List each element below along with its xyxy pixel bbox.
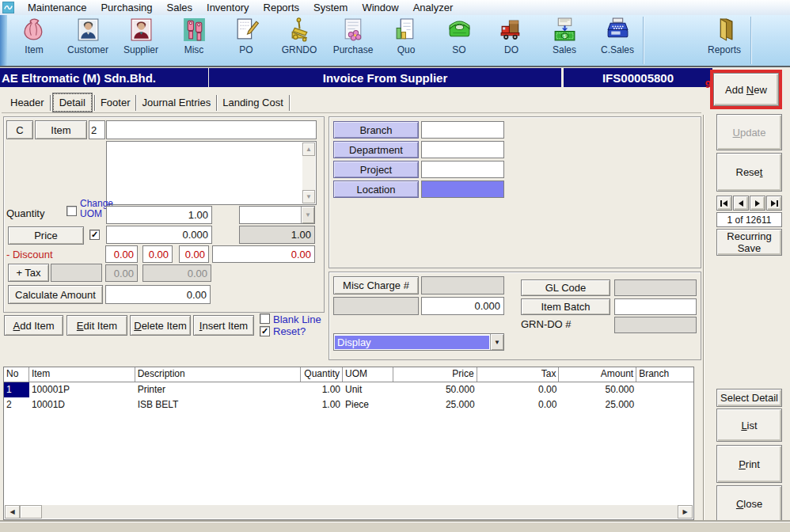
- previous-record-button[interactable]: [733, 196, 749, 211]
- menu-item-sales[interactable]: Sales: [160, 1, 200, 14]
- project-field[interactable]: [421, 161, 504, 178]
- misc-charge-button[interactable]: Misc Charge #: [333, 276, 419, 294]
- menu-item-maintenance[interactable]: Maintenance: [21, 1, 93, 14]
- item-batch-field[interactable]: [614, 298, 697, 315]
- tab-landing-cost[interactable]: Landing Cost: [217, 94, 289, 111]
- scroll-up-icon[interactable]: ▲: [302, 142, 315, 156]
- recurring-save-button[interactable]: RecurringSave: [716, 229, 782, 256]
- row-index-field[interactable]: 2: [89, 120, 105, 139]
- toolbar-customer-button[interactable]: Customer: [62, 17, 114, 63]
- discount2-field[interactable]: 0.00: [142, 245, 173, 263]
- item-code-field[interactable]: [106, 120, 317, 139]
- menu-item-purchasing[interactable]: Purchasing: [93, 1, 159, 14]
- toolbar-reports-button[interactable]: Reports: [698, 17, 750, 63]
- supplier-icon: [128, 17, 154, 43]
- print-button[interactable]: Print: [716, 445, 782, 483]
- company-title: AE Eltromatic (M) Sdn.Bhd.: [0, 68, 208, 87]
- location-field[interactable]: [421, 180, 504, 198]
- toolbar-quo-button[interactable]: Quo: [380, 17, 432, 63]
- discount3-field[interactable]: 0.00: [179, 245, 209, 263]
- update-button[interactable]: Update: [716, 114, 782, 150]
- project-button[interactable]: Project: [333, 161, 419, 178]
- app-icon[interactable]: [2, 2, 14, 13]
- list-button[interactable]: List: [716, 408, 782, 442]
- discount-amount-field[interactable]: 0.00: [212, 245, 315, 263]
- branch-field[interactable]: [421, 121, 504, 139]
- menu-item-window[interactable]: Window: [355, 1, 405, 14]
- discount1-field[interactable]: 0.00: [105, 245, 138, 263]
- col-amount[interactable]: Amount: [559, 367, 636, 382]
- toolbar-do-button[interactable]: DO: [485, 17, 537, 63]
- toolbar-csales-button[interactable]: C.Sales: [591, 17, 644, 63]
- col-branch[interactable]: Branch: [636, 367, 693, 382]
- toolbar-so-button[interactable]: SO: [433, 17, 485, 63]
- change-uom-checkbox[interactable]: [66, 206, 77, 216]
- col-uom[interactable]: UOM: [343, 367, 393, 382]
- price-checkbox[interactable]: ✓: [89, 230, 100, 240]
- first-record-button[interactable]: [716, 196, 732, 211]
- branch-button[interactable]: Branch: [333, 121, 419, 139]
- item-description-textarea[interactable]: ▲ ▼: [106, 141, 317, 205]
- close-button[interactable]: Close: [716, 485, 782, 522]
- c-button[interactable]: C: [6, 120, 33, 139]
- table-row[interactable]: 1 100001P Printer 1.00 Unit 50.000 0.00 …: [4, 382, 693, 397]
- select-detail-button[interactable]: Select Detail: [716, 389, 782, 407]
- insert-item-button[interactable]: Insert Item: [193, 315, 254, 336]
- toolbar-supplier-button[interactable]: Supplier: [115, 17, 167, 63]
- scrollbar-thumb[interactable]: [20, 505, 42, 519]
- tab-header[interactable]: Header: [5, 94, 50, 111]
- toolbar-grndo-button[interactable]: GRNDO: [273, 17, 325, 63]
- location-button[interactable]: Location: [333, 180, 419, 198]
- scroll-left-icon[interactable]: ◀: [5, 505, 20, 519]
- toolbar-item-button[interactable]: Item: [8, 17, 60, 63]
- tab-footer[interactable]: Footer: [95, 94, 136, 111]
- next-record-button[interactable]: [750, 196, 765, 211]
- last-record-button[interactable]: [766, 196, 782, 211]
- col-price[interactable]: Price: [393, 367, 477, 382]
- toolbar-purchase-button[interactable]: Purchase: [327, 17, 379, 63]
- misc-charge-amount-field[interactable]: 0.000: [421, 297, 504, 315]
- horizontal-scrollbar[interactable]: ◀ ▶: [5, 505, 693, 519]
- col-item[interactable]: Item: [29, 367, 135, 382]
- item-batch-button[interactable]: Item Batch: [521, 298, 610, 315]
- quantity-field[interactable]: 1.00: [106, 206, 212, 224]
- menu-item-reports[interactable]: Reports: [256, 1, 307, 14]
- record-position-field: 1 of 12611: [716, 212, 782, 227]
- col-description[interactable]: Description: [135, 367, 302, 382]
- toolbar-po-button[interactable]: PO: [220, 17, 272, 63]
- delete-item-button[interactable]: Delete Item: [130, 315, 191, 336]
- tax-button[interactable]: + Tax: [8, 264, 49, 282]
- tab-detail[interactable]: Detail: [53, 93, 92, 112]
- uom-combobox[interactable]: ▼: [239, 206, 315, 224]
- col-tax[interactable]: Tax: [477, 367, 560, 382]
- toolbar-misc-button[interactable]: Misc: [168, 17, 220, 63]
- item-lookup-button[interactable]: Item: [35, 120, 87, 139]
- col-no[interactable]: No: [4, 367, 29, 382]
- uom-dropdown-icon[interactable]: ▼: [301, 207, 314, 223]
- display-dropdown-icon[interactable]: ▼: [490, 334, 503, 350]
- department-button[interactable]: Department: [333, 141, 419, 158]
- scroll-right-icon[interactable]: ▶: [678, 505, 693, 519]
- toolbar-sales-button[interactable]: $ Sales: [538, 17, 591, 63]
- tab-journal-entries[interactable]: Journal Entries: [136, 94, 216, 111]
- textarea-scrollbar[interactable]: ▲ ▼: [302, 142, 315, 203]
- menu-item-analyzer[interactable]: Analyzer: [406, 1, 461, 14]
- scroll-down-icon[interactable]: ▼: [302, 190, 315, 203]
- blank-line-checkbox[interactable]: [260, 314, 270, 324]
- department-field[interactable]: [421, 141, 504, 158]
- table-row[interactable]: 2 10001D ISB BELT 1.00 Piece 25.000 0.00…: [4, 397, 693, 412]
- gl-code-button[interactable]: GL Code: [521, 279, 610, 296]
- price-button[interactable]: Price: [8, 226, 84, 245]
- calculate-amount-button[interactable]: Calculate Amount: [8, 285, 103, 304]
- display-combobox[interactable]: Display ▼: [333, 333, 504, 351]
- reset-checkbox[interactable]: ✓: [260, 326, 270, 336]
- col-quantity[interactable]: Quantity: [301, 367, 343, 382]
- add-item-button[interactable]: Add Item: [4, 315, 63, 336]
- menu-item-system[interactable]: System: [306, 1, 355, 14]
- edit-item-button[interactable]: Edit Item: [66, 315, 127, 336]
- reset-button[interactable]: Reset: [716, 153, 782, 192]
- menu-item-inventory[interactable]: Inventory: [199, 1, 256, 14]
- amount-field[interactable]: 0.00: [105, 285, 211, 304]
- add-new-button[interactable]: Add New: [713, 73, 779, 106]
- price-field[interactable]: 0.000: [106, 226, 212, 244]
